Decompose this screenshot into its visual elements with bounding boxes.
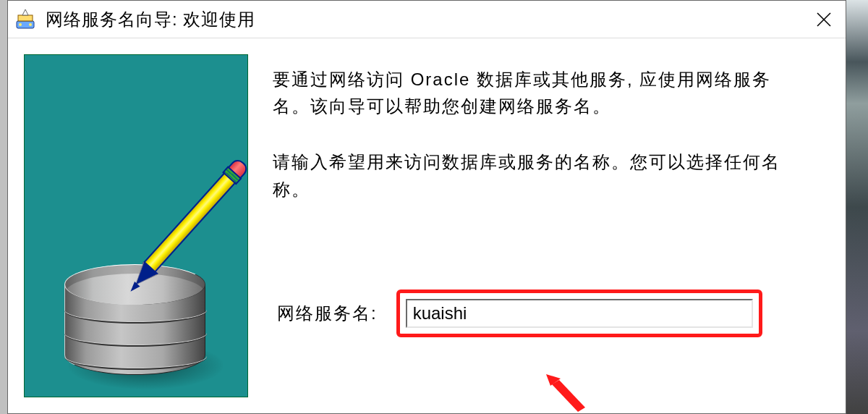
svg-marker-2: [22, 9, 28, 15]
intro-paragraph: 要通过网络访问 Oracle 数据库或其他服务, 应使用网络服务名。该向导可以帮…: [273, 66, 808, 119]
service-name-label: 网络服务名:: [277, 302, 378, 325]
service-name-row: 网络服务名:: [277, 290, 808, 337]
service-name-input[interactable]: [406, 299, 753, 328]
titlebar[interactable]: 网络服务名向导: 欢迎使用: [8, 1, 846, 38]
prompt-paragraph: 请输入希望用来访问数据库或服务的名称。您可以选择任何名称。: [273, 148, 808, 202]
svg-point-3: [19, 23, 22, 26]
close-button[interactable]: [808, 4, 840, 35]
wizard-window: 网络服务名向导: 欢迎使用: [7, 0, 846, 414]
highlight-box: [396, 290, 762, 337]
window-title: 网络服务名向导: 欢迎使用: [46, 8, 808, 31]
svg-point-4: [29, 23, 32, 26]
close-icon: [815, 11, 833, 28]
wizard-icon: [14, 8, 37, 31]
pencil-icon: [142, 169, 239, 274]
svg-rect-1: [18, 15, 33, 21]
svg-marker-7: [552, 380, 585, 412]
wizard-form: 要通过网络访问 Oracle 数据库或其他服务, 应使用网络服务名。该向导可以帮…: [268, 54, 830, 397]
content-area: 要通过网络访问 Oracle 数据库或其他服务, 应使用网络服务名。该向导可以帮…: [8, 38, 846, 413]
red-arrow-icon: [535, 370, 592, 413]
background-sliver: [846, 0, 868, 414]
wizard-side-panel: [24, 54, 248, 397]
